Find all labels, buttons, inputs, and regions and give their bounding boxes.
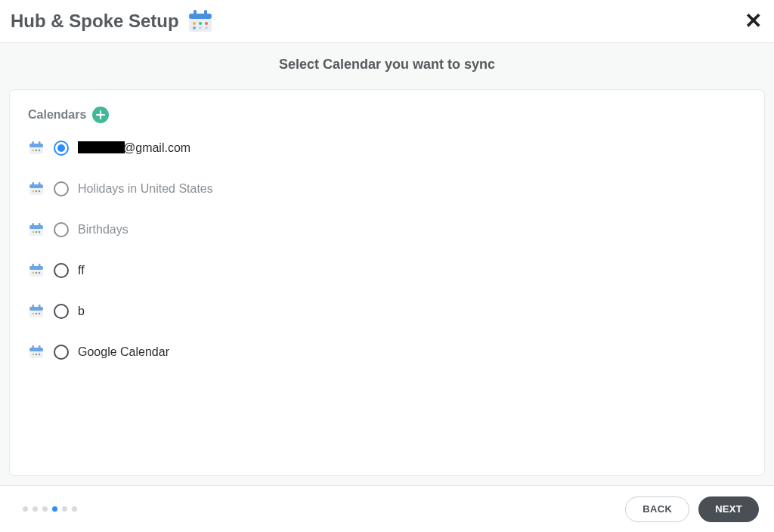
svg-rect-32 [29,266,43,270]
progress-dots [23,506,77,512]
add-calendar-button[interactable] [92,107,109,123]
svg-point-23 [39,190,40,192]
progress-dot [72,506,77,512]
svg-rect-11 [29,144,43,147]
calendar-row: Holidays in United States [28,181,746,197]
calendar-row[interactable]: @gmail.com [28,140,746,156]
svg-point-43 [36,313,37,314]
calendar-icon [28,344,45,360]
svg-point-16 [39,150,40,151]
svg-point-37 [39,272,40,274]
calendar-row[interactable]: Google Calendar [28,344,746,360]
svg-point-51 [39,354,40,355]
svg-rect-39 [29,307,43,311]
svg-rect-25 [29,225,43,229]
svg-rect-19 [33,182,35,186]
svg-rect-46 [29,348,43,351]
svg-point-28 [33,231,34,233]
svg-point-8 [199,26,202,29]
svg-rect-48 [39,345,41,349]
svg-rect-12 [33,141,35,145]
calendar-icon [28,140,45,156]
calendar-radio [54,222,69,237]
calendar-name: Birthdays [78,223,128,237]
svg-point-14 [33,150,34,151]
svg-rect-33 [33,264,35,268]
svg-point-35 [33,272,34,274]
page-title: Hub & Spoke Setup [11,11,179,32]
svg-point-50 [36,354,37,355]
svg-point-21 [33,190,34,192]
calendar-icon [28,262,45,279]
calendar-icon [28,221,45,238]
svg-rect-13 [39,141,41,145]
redacted-text [78,141,125,153]
svg-rect-41 [39,305,41,308]
svg-rect-20 [39,182,41,186]
svg-point-7 [193,26,196,29]
svg-point-36 [36,272,37,274]
calendar-name: b [78,305,85,318]
footer: BACK NEXT [0,485,774,532]
svg-rect-34 [39,264,41,268]
svg-rect-27 [39,223,41,227]
svg-rect-47 [33,345,35,349]
calendar-radio[interactable] [54,304,69,319]
calendar-radio[interactable] [54,345,69,360]
progress-dot [42,506,48,512]
svg-point-49 [33,354,34,355]
svg-point-29 [36,231,37,233]
calendar-radio [54,181,69,196]
svg-point-6 [205,22,208,25]
progress-dot [33,506,38,512]
svg-rect-3 [204,10,207,16]
next-button[interactable]: NEXT [698,496,759,522]
back-button[interactable]: BACK [625,496,689,522]
svg-point-4 [193,22,196,25]
calendar-name: @gmail.com [78,141,190,155]
calendar-name: Holidays in United States [78,182,213,196]
svg-rect-1 [189,14,212,19]
calendar-name: ff [78,264,85,277]
calendars-label: Calendars [28,108,86,122]
svg-point-15 [36,150,37,151]
svg-point-30 [39,231,40,233]
progress-dot [52,506,57,512]
calendar-name: Google Calendar [78,345,169,359]
svg-point-5 [199,22,202,25]
close-icon[interactable]: ✕ [743,11,763,32]
svg-rect-40 [33,305,35,308]
progress-dot [62,506,67,512]
modal-header: Hub & Spoke Setup ✕ [0,0,774,42]
calendar-icon [187,8,214,35]
calendar-icon [28,181,45,197]
svg-point-44 [39,313,40,314]
svg-rect-2 [194,10,197,16]
svg-rect-26 [33,223,35,227]
svg-point-9 [205,26,208,29]
calendar-select-card: Calendars @gmail.comHolidays in United S… [9,89,765,476]
calendar-row[interactable]: ff [28,262,746,279]
calendar-radio[interactable] [54,263,69,278]
subtitle: Select Calendar you want to sync [9,57,765,73]
svg-point-42 [33,313,34,314]
progress-dot [23,506,28,512]
calendar-row[interactable]: b [28,303,746,320]
svg-rect-18 [29,184,43,188]
calendar-radio[interactable] [54,141,69,156]
calendar-icon [28,303,45,320]
svg-point-22 [36,190,37,192]
calendar-row: Birthdays [28,221,746,238]
subheader: Select Calendar you want to sync [0,42,774,82]
